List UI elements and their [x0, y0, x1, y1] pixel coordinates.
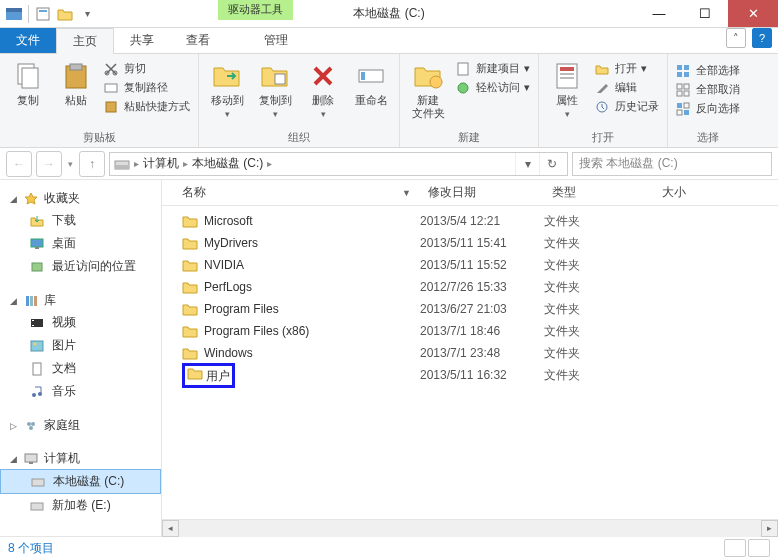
nav-pictures[interactable]: 图片 [0, 334, 161, 357]
minimize-ribbon-button[interactable]: ˄ [726, 28, 746, 48]
ribbon: 复制 粘贴 剪切 复制路径 粘贴快捷方式 剪贴板 移动到 复制到 [0, 54, 778, 148]
properties-qat-icon[interactable] [33, 4, 53, 24]
tab-share[interactable]: 共享 [114, 28, 170, 53]
tab-file[interactable]: 文件 [0, 28, 56, 53]
file-row[interactable]: Program Files (x86)2013/7/1 18:46文件夹 [162, 320, 778, 342]
up-button[interactable]: ↑ [79, 151, 105, 177]
file-row[interactable]: Windows2013/7/1 23:48文件夹 [162, 342, 778, 364]
col-size[interactable]: 大小 [654, 184, 724, 201]
explorer-icon [4, 4, 24, 24]
nav-documents[interactable]: 文档 [0, 357, 161, 380]
col-type[interactable]: 类型 [544, 184, 654, 201]
svg-rect-3 [39, 10, 47, 12]
rename-button[interactable]: 重命名 [349, 56, 393, 111]
scroll-right-button[interactable]: ▸ [761, 520, 778, 537]
svg-rect-26 [684, 72, 689, 77]
file-row[interactable]: PerfLogs2012/7/26 15:33文件夹 [162, 276, 778, 298]
svg-point-15 [430, 76, 442, 88]
col-name[interactable]: 名称▼ [162, 184, 420, 201]
file-row[interactable]: Program Files2013/6/27 21:03文件夹 [162, 298, 778, 320]
invert-icon [676, 102, 692, 116]
qat-dropdown-icon[interactable]: ▾ [77, 4, 97, 24]
cut-button[interactable]: 剪切 [102, 60, 192, 77]
paste-button[interactable]: 粘贴 [54, 56, 98, 111]
horizontal-scrollbar[interactable]: ◂ ▸ [162, 519, 778, 536]
copy-button[interactable]: 复制 [6, 56, 50, 111]
edit-icon [595, 81, 611, 95]
move-to-button[interactable]: 移动到 [205, 56, 249, 123]
search-input[interactable]: 搜索 本地磁盘 (C:) [572, 152, 772, 176]
crumb-drive[interactable]: 本地磁盘 (C:) [192, 155, 263, 172]
file-type: 文件夹 [544, 213, 654, 230]
star-icon [24, 192, 40, 206]
breadcrumb-bar[interactable]: ▸ 计算机 ▸ 本地磁盘 (C:) ▸ ▾ ↻ [109, 152, 568, 176]
address-dropdown-button[interactable]: ▾ [515, 153, 539, 175]
history-button[interactable]: 历史记录 [593, 98, 661, 115]
file-date: 2013/7/1 23:48 [420, 346, 544, 360]
nav-desktop[interactable]: 桌面 [0, 232, 161, 255]
desktop-icon [30, 237, 46, 251]
new-item-button[interactable]: 新建项目 ▾ [454, 60, 532, 77]
properties-button[interactable]: 属性 [545, 56, 589, 123]
paste-shortcut-button[interactable]: 粘贴快捷方式 [102, 98, 192, 115]
nav-downloads[interactable]: 下载 [0, 209, 161, 232]
tab-home[interactable]: 主页 [56, 28, 114, 54]
nav-videos[interactable]: 视频 [0, 311, 161, 334]
nav-drive-e[interactable]: 新加卷 (E:) [0, 494, 161, 517]
minimize-button[interactable]: — [636, 0, 682, 27]
svg-rect-21 [560, 77, 574, 79]
back-button[interactable]: ← [6, 151, 32, 177]
file-row[interactable]: 用户2013/5/11 16:32文件夹 [162, 364, 778, 386]
file-row[interactable]: Microsoft2013/5/4 12:21文件夹 [162, 210, 778, 232]
chevron-right-icon[interactable]: ▸ [181, 158, 190, 169]
maximize-button[interactable]: ☐ [682, 0, 728, 27]
close-button[interactable]: ✕ [728, 0, 778, 27]
new-folder-qat-icon[interactable] [55, 4, 75, 24]
crumb-computer[interactable]: 计算机 [143, 155, 179, 172]
nav-libraries[interactable]: ◢库 [0, 290, 161, 311]
tab-view[interactable]: 查看 [170, 28, 226, 53]
copy-to-button[interactable]: 复制到 [253, 56, 297, 123]
download-icon [30, 214, 46, 228]
select-all-button[interactable]: 全部选择 [674, 62, 742, 79]
nav-computer[interactable]: ◢计算机 [0, 448, 161, 469]
nav-favorites[interactable]: ◢收藏夹 [0, 188, 161, 209]
svg-rect-57 [31, 503, 43, 510]
nav-homegroup[interactable]: ▷家庭组 [0, 415, 161, 436]
recent-locations-button[interactable]: ▾ [66, 159, 75, 169]
svg-point-17 [458, 83, 468, 93]
invert-selection-button[interactable]: 反向选择 [674, 100, 742, 117]
open-button[interactable]: 打开 ▾ [593, 60, 661, 77]
icons-view-button[interactable] [748, 539, 770, 557]
cut-icon [104, 62, 120, 76]
forward-button[interactable]: → [36, 151, 62, 177]
scroll-left-button[interactable]: ◂ [162, 520, 179, 537]
tab-manage[interactable]: 管理 [248, 28, 304, 53]
file-type: 文件夹 [544, 235, 654, 252]
file-row[interactable]: MyDrivers2013/5/11 15:41文件夹 [162, 232, 778, 254]
easy-access-button[interactable]: 轻松访问 ▾ [454, 79, 532, 96]
delete-button[interactable]: 删除 [301, 56, 345, 123]
edit-button[interactable]: 编辑 [593, 79, 661, 96]
new-folder-button[interactable]: 新建 文件夹 [406, 56, 450, 124]
chevron-right-icon[interactable]: ▸ [132, 158, 141, 169]
file-list[interactable]: Microsoft2013/5/4 12:21文件夹MyDrivers2013/… [162, 206, 778, 519]
details-view-button[interactable] [724, 539, 746, 557]
nav-recent[interactable]: 最近访问的位置 [0, 255, 161, 278]
nav-drive-c[interactable]: 本地磁盘 (C:) [0, 469, 161, 494]
copy-icon [12, 60, 44, 92]
drive-tools-tab[interactable]: 驱动器工具 [218, 0, 293, 20]
help-button[interactable]: ? [752, 28, 772, 48]
copy-path-button[interactable]: 复制路径 [102, 79, 192, 96]
file-row[interactable]: NVIDIA2013/5/11 15:52文件夹 [162, 254, 778, 276]
chevron-right-icon[interactable]: ▸ [265, 158, 274, 169]
computer-icon [24, 452, 40, 466]
navigation-pane[interactable]: ◢收藏夹 下载 桌面 最近访问的位置 ◢库 视频 图片 文档 音乐 ▷家庭组 ◢… [0, 180, 162, 536]
select-none-button[interactable]: 全部取消 [674, 81, 742, 98]
svg-rect-44 [32, 320, 34, 321]
pictures-icon [30, 339, 46, 353]
col-date[interactable]: 修改日期 [420, 184, 544, 201]
refresh-button[interactable]: ↻ [539, 153, 563, 175]
nav-music[interactable]: 音乐 [0, 380, 161, 403]
drive-icon [31, 475, 47, 489]
